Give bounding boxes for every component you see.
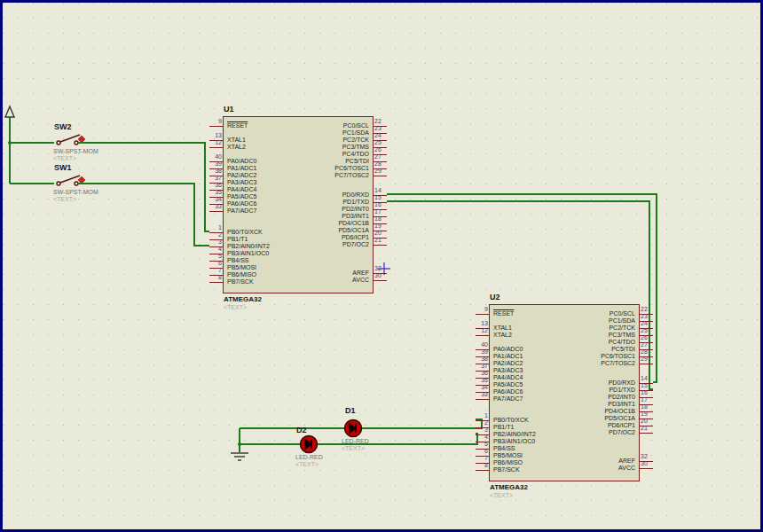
pin-12-xtal2[interactable] <box>209 147 223 148</box>
pin-number: 23 <box>641 313 654 320</box>
ground-symbol[interactable] <box>231 453 248 460</box>
led-d2[interactable] <box>301 436 318 453</box>
pin-29-pc7-tosc2[interactable] <box>640 364 653 364</box>
pin-number: 25 <box>374 139 388 146</box>
pin-name: PB2/AIN0/INT2 <box>227 243 270 250</box>
pin-29-pc7-tosc2[interactable] <box>374 176 387 176</box>
pin-number: 7 <box>208 267 222 274</box>
pin-number: 39 <box>208 160 222 168</box>
component-value[interactable]: SW-SPST-MOM <box>53 148 98 154</box>
component-reference[interactable]: U2 <box>490 293 500 301</box>
pin-name: PB6/MISO <box>493 459 523 466</box>
wire[interactable] <box>88 184 209 246</box>
pin-21-pd7-oc2[interactable] <box>374 245 387 246</box>
pin-name: PB3/AIN1/OC0 <box>493 438 535 445</box>
pin-number: 12 <box>208 139 222 146</box>
pin-9-reset[interactable] <box>209 126 223 127</box>
pin-number: 38 <box>208 168 222 175</box>
pin-name: PC3/TMS <box>609 332 635 339</box>
pin-8-pb7-sck[interactable] <box>476 470 489 471</box>
pin-number: 39 <box>475 348 488 356</box>
pin-number: 14 <box>374 187 388 194</box>
pin-30-avcc[interactable] <box>374 280 387 281</box>
pin-number: 33 <box>208 203 222 210</box>
pin-name: PA6/ADC6 <box>493 388 523 395</box>
pin-number: 40 <box>475 341 488 348</box>
pin-number: 30 <box>374 272 388 279</box>
pin-name: AVCC <box>618 465 635 472</box>
pin-name: AREF <box>352 270 369 277</box>
pin-number: 30 <box>641 460 654 467</box>
pin-9-reset[interactable] <box>476 314 489 315</box>
ic-body[interactable]: 9RESET13XTAL112XTAL240PA0/ADC039PA1/ADC1… <box>223 116 374 293</box>
pin-name: PB7/SCK <box>227 278 254 286</box>
input-terminal-arrow-icon[interactable] <box>5 106 14 117</box>
pin-name: RESET <box>227 122 248 129</box>
pin-name: PB5/MOSI <box>493 452 523 459</box>
pin-number: 3 <box>208 239 222 246</box>
pin-name: PC5/TDI <box>611 346 635 353</box>
pin-number: 15 <box>374 194 388 201</box>
pin-number: 34 <box>475 384 488 391</box>
pin-name: PA1/ADC1 <box>493 353 523 360</box>
wire[interactable] <box>362 419 482 428</box>
switch-sw1[interactable] <box>57 176 88 185</box>
pin-name: PC1/SDA <box>342 129 369 137</box>
pin-name: PA3/ADC3 <box>227 179 256 186</box>
ic-body[interactable]: 9RESET13XTAL112XTAL240PA0/ADC039PA1/ADC1… <box>489 304 640 481</box>
component-reference[interactable]: SW2 <box>54 122 72 131</box>
component-value[interactable]: LED-RED <box>295 454 323 460</box>
wire-junction <box>8 141 12 145</box>
component-value[interactable]: ATMEGA32 <box>490 483 528 491</box>
schematic-canvas[interactable]: U1 9RESET13XTAL112XTAL240PA0/ADC039PA1/A… <box>0 0 763 532</box>
pin-name: PB4/SS <box>227 257 249 264</box>
pin-33-pa7-adc7[interactable] <box>209 211 223 212</box>
pin-name: PC2/TCK <box>609 325 635 332</box>
pin-number: 32 <box>374 265 388 272</box>
pin-21-pd7-oc2[interactable] <box>640 433 653 434</box>
pin-name: PD5/OC1A <box>604 415 635 422</box>
pin-name: PA3/ADC3 <box>493 367 523 374</box>
pin-name: PA6/ADC6 <box>227 200 256 207</box>
pin-number: 9 <box>208 118 222 125</box>
pin-number: 17 <box>374 208 388 215</box>
wire[interactable] <box>88 143 209 231</box>
pin-name: PD2/INT0 <box>608 394 635 401</box>
pin-number: 24 <box>641 320 654 327</box>
pin-12-xtal2[interactable] <box>476 335 489 336</box>
pin-number: 23 <box>374 125 388 132</box>
led-d1[interactable] <box>345 420 362 437</box>
pin-name: PD5/OC1A <box>338 227 369 234</box>
pin-number: 4 <box>208 246 222 253</box>
pin-number: 15 <box>641 382 654 389</box>
component-reference[interactable]: D2 <box>296 426 307 434</box>
pin-name: PB0/T0/XCK <box>493 417 529 424</box>
component-reference[interactable]: SW1 <box>54 163 72 172</box>
wire-junction <box>238 442 241 446</box>
component-value[interactable]: LED-RED <box>342 438 369 444</box>
pin-name: PB6/MISO <box>227 271 256 278</box>
component-reference[interactable]: D1 <box>345 406 356 415</box>
component-value[interactable]: ATMEGA32 <box>224 295 262 303</box>
switch-sw2[interactable] <box>57 135 88 145</box>
pin-number: 8 <box>475 462 488 469</box>
pin-name: PB7/SCK <box>493 466 520 473</box>
pin-name: PC4/TDO <box>342 151 369 158</box>
pin-name: PC7/TOSC2 <box>334 172 369 179</box>
component-value[interactable]: SW-SPST-MOM <box>53 189 98 195</box>
pin-33-pa7-adc7[interactable] <box>476 399 489 400</box>
pin-number: 20 <box>641 418 654 425</box>
pin-number: 26 <box>374 146 388 153</box>
switch-actuator-icon[interactable] <box>78 136 85 143</box>
pin-number: 29 <box>641 356 654 363</box>
pin-number: 37 <box>208 175 222 182</box>
switch-actuator-icon[interactable] <box>78 176 85 184</box>
component-reference[interactable]: U1 <box>224 105 234 113</box>
pin-name: PD4/OC1B <box>604 408 635 415</box>
pin-8-pb7-sck[interactable] <box>209 282 223 283</box>
pin-name: PA7/ADC7 <box>493 395 523 403</box>
pin-number: 33 <box>475 391 488 398</box>
pin-30-avcc[interactable] <box>640 468 653 469</box>
pin-number: 6 <box>475 448 488 455</box>
pin-name: PA2/ADC2 <box>493 360 523 367</box>
